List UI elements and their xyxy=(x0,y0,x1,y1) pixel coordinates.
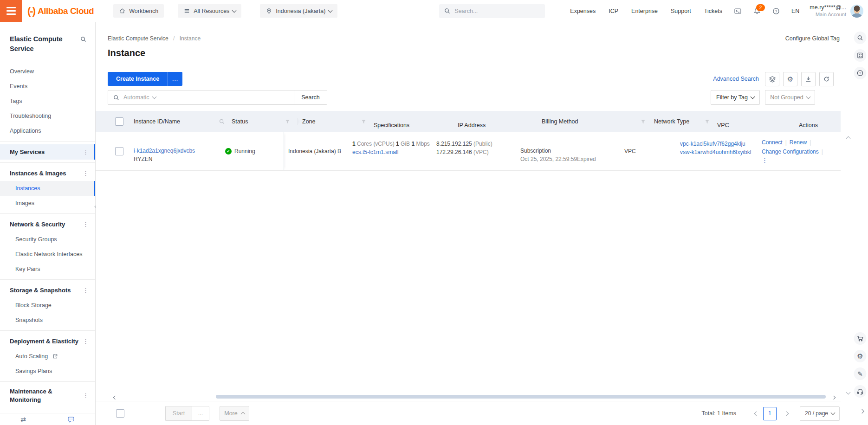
sidebar-section-storage-snapshots[interactable]: Storage & Snapshots ⋮ xyxy=(0,283,95,298)
avatar[interactable] xyxy=(850,5,863,18)
rail-cart-icon[interactable] xyxy=(854,332,867,345)
section-more-icon[interactable]: ⋮ xyxy=(83,170,89,177)
sidebar-item-applications[interactable]: Applications xyxy=(0,123,95,138)
nav-link-support[interactable]: Support xyxy=(671,8,691,14)
rail-search-icon[interactable] xyxy=(854,32,867,44)
scrollbar-thumb[interactable] xyxy=(216,395,826,399)
scroll-right-icon[interactable] xyxy=(829,394,835,400)
switch-version-icon[interactable]: ⇄ xyxy=(20,416,26,423)
region-selector[interactable]: Indonesia (Jakarta) xyxy=(260,4,337,18)
footer-select-all-checkbox[interactable] xyxy=(116,409,124,418)
filter-funnel-icon[interactable] xyxy=(641,119,646,124)
more-actions-button[interactable]: More xyxy=(220,406,249,421)
settings-button[interactable]: ⚙ xyxy=(783,72,797,86)
filter-funnel-icon[interactable] xyxy=(361,119,366,124)
search-button[interactable]: Search xyxy=(294,90,327,105)
sidebar-item-security-groups[interactable]: Security Groups xyxy=(0,232,95,247)
rail-feedback-pencil-icon[interactable]: ✎ xyxy=(854,367,867,380)
sidebar-item-savings-plans[interactable]: Savings Plans xyxy=(0,364,95,379)
help-icon[interactable]: ? xyxy=(772,7,780,15)
filter-funnel-icon[interactable] xyxy=(705,119,710,124)
language-selector[interactable]: EN xyxy=(791,8,799,14)
hamburger-menu-icon[interactable] xyxy=(0,0,22,22)
horizontal-scrollbar[interactable] xyxy=(96,393,841,401)
account-menu[interactable]: me.ry*****@... Main Account xyxy=(810,4,846,18)
instance-search-input[interactable]: Automatic xyxy=(108,90,294,105)
cloud-shell-icon[interactable] xyxy=(734,7,742,15)
download-button[interactable] xyxy=(801,72,816,86)
all-resources-button[interactable]: All Resources xyxy=(178,4,241,18)
refresh-button[interactable] xyxy=(819,72,834,86)
rail-checklist-icon[interactable] xyxy=(854,49,867,62)
filter-funnel-icon[interactable] xyxy=(285,119,290,124)
sidebar-item-auto-scaling[interactable]: Auto Scaling xyxy=(0,349,95,364)
action-change-configurations[interactable]: Change Configurations xyxy=(762,148,819,155)
filter-by-tag-select[interactable]: Filter by Tag xyxy=(711,90,760,105)
action-renew[interactable]: Renew xyxy=(790,139,807,146)
sidebar-section-network-security[interactable]: Network & Security ⋮ xyxy=(0,217,95,232)
nav-link-enterprise[interactable]: Enterprise xyxy=(631,8,658,14)
sidebar-item-events[interactable]: Events xyxy=(0,79,95,94)
table-scroll-up-icon[interactable] xyxy=(843,135,850,142)
section-more-icon[interactable]: ⋮ xyxy=(83,338,89,345)
sidebar-item-block-storage[interactable]: Block Storage xyxy=(0,298,95,313)
rail-help-icon[interactable]: ? xyxy=(854,67,867,79)
group-by-select[interactable]: Not Grouped xyxy=(765,90,815,105)
nav-link-expenses[interactable]: Expenses xyxy=(570,8,596,14)
sidebar-section-maintenance-monitoring[interactable]: Maintenance & Monitoring ⋮ xyxy=(0,385,95,407)
instance-id-link[interactable]: i-k1ad2a1xgneq6jxdvcbs xyxy=(134,148,195,154)
next-page-icon[interactable] xyxy=(782,410,788,417)
instance-type-link[interactable]: ecs.t5-lc1m1.small xyxy=(352,149,398,155)
sidebar-item-troubleshooting[interactable]: Troubleshooting xyxy=(0,109,95,123)
sidebar-item-tags[interactable]: Tags xyxy=(0,94,95,109)
previous-page-icon[interactable] xyxy=(751,410,758,417)
batch-more-dots-button[interactable]: ... xyxy=(192,406,209,421)
sidebar-section-deployment-elasticity[interactable]: Deployment & Elasticity ⋮ xyxy=(0,334,95,349)
nav-link-icp[interactable]: ICP xyxy=(609,8,618,14)
select-all-checkbox[interactable] xyxy=(115,117,123,126)
action-connect[interactable]: Connect xyxy=(762,139,783,146)
page-size-select[interactable]: 20 / page xyxy=(800,406,840,421)
alibaba-cloud-logo[interactable]: (-) Alibaba Cloud xyxy=(27,5,94,17)
create-instance-button[interactable]: Create Instance ... xyxy=(108,72,182,86)
rail-expand-icon[interactable] xyxy=(854,406,867,418)
sidebar-item-snapshots[interactable]: Snapshots xyxy=(0,313,95,328)
sidebar-item-overview[interactable]: Overview xyxy=(0,64,95,79)
sidebar-item-images[interactable]: Images xyxy=(0,196,95,211)
row-more-actions-icon[interactable]: ⋮ xyxy=(762,156,841,165)
section-more-icon[interactable]: ⋮ xyxy=(83,221,89,228)
notifications-bell-icon[interactable]: 2 xyxy=(753,7,761,15)
section-more-icon[interactable]: ⋮ xyxy=(83,287,89,294)
workbench-button[interactable]: Workbench xyxy=(113,4,164,18)
scroll-left-icon[interactable] xyxy=(110,394,117,400)
chevron-down-icon xyxy=(232,8,237,13)
sidebar-section-instances-images[interactable]: Instances & Images ⋮ xyxy=(0,166,95,181)
zone-text: Indonesia (Jakarta) B xyxy=(288,148,341,155)
advanced-search-link[interactable]: Advanced Search xyxy=(713,76,759,82)
section-more-icon[interactable]: ⋮ xyxy=(83,148,89,155)
configure-global-tag-link[interactable]: Configure Global Tag xyxy=(785,35,840,42)
search-mode-select[interactable]: Automatic xyxy=(123,94,156,101)
current-page-button[interactable]: 1 xyxy=(763,407,777,420)
sidebar-section-my-services[interactable]: My Services ⋮ xyxy=(0,144,95,160)
sidebar-item-key-pairs[interactable]: Key Pairs xyxy=(0,262,95,277)
sidebar-item-instances[interactable]: Instances xyxy=(0,181,95,196)
vpc-link[interactable]: vpc-k1acl5kufv7f62gg4klju xyxy=(680,141,745,147)
table-scroll-down-icon[interactable] xyxy=(843,389,850,395)
layers-filter-button[interactable] xyxy=(765,72,779,86)
column-search-icon[interactable] xyxy=(219,118,225,125)
global-search-input[interactable]: Search... xyxy=(439,4,545,18)
section-more-icon[interactable]: ⋮ xyxy=(83,392,89,400)
feedback-chat-icon[interactable] xyxy=(67,416,75,423)
vswitch-link[interactable]: vsw-k1arwhd4uohmh6fxyibkl xyxy=(680,149,751,155)
create-instance-more-button[interactable]: ... xyxy=(168,72,182,86)
row-checkbox[interactable] xyxy=(115,147,123,155)
chevron-down-icon xyxy=(806,95,810,99)
sidebar-item-elastic-network-interfaces[interactable]: Elastic Network Interfaces xyxy=(0,247,95,262)
start-button[interactable]: Start xyxy=(165,406,192,421)
breadcrumb-root[interactable]: Elastic Compute Service xyxy=(108,35,168,42)
rail-support-headset-icon[interactable] xyxy=(854,385,867,398)
rail-settings-icon[interactable]: ⚙ xyxy=(854,350,867,362)
nav-link-tickets[interactable]: Tickets xyxy=(704,8,722,14)
sidebar-search-icon[interactable] xyxy=(80,36,87,43)
